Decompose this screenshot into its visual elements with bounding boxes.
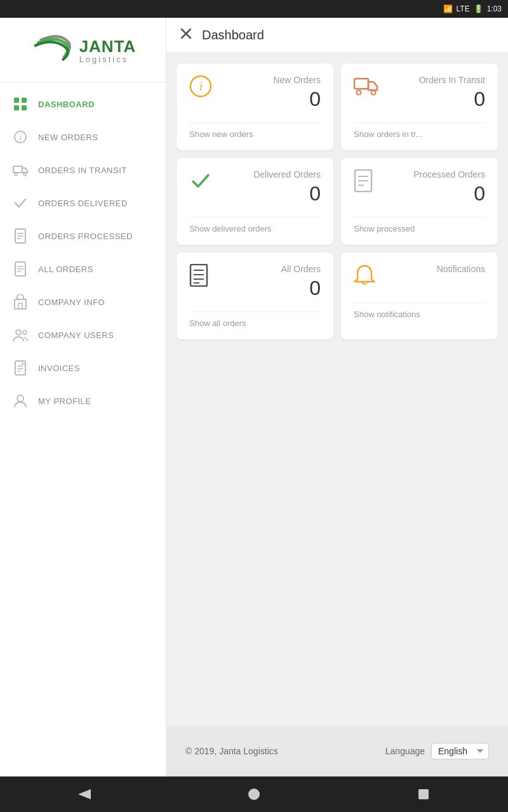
footer-language-label: Language [385, 746, 425, 756]
all-orders-card-divider [189, 311, 321, 312]
svg-rect-0 [14, 98, 19, 103]
all-orders-card[interactable]: All Orders 0 Show all orders [177, 252, 333, 339]
language-select[interactable]: English Spanish French [431, 743, 489, 759]
orders-transit-card-title: Orders In Transit [419, 75, 485, 85]
logo-brand: JANTA [79, 38, 137, 55]
status-time: 1:03 [487, 4, 502, 13]
status-lte: LTE [457, 4, 470, 13]
topbar: Dashboard [166, 18, 508, 53]
sidebar-item-orders-transit[interactable]: ORDERS IN TRANSIT [0, 154, 166, 187]
sidebar-item-orders-delivered[interactable]: ORDERS DELIVERED [0, 187, 166, 219]
all-orders-card-title: All Orders [281, 264, 321, 274]
dashboard-grid: i New Orders 0 Show new orders [166, 53, 508, 726]
footer-copyright: © 2019, Janta Logistics [185, 746, 278, 756]
sidebar-item-label-my-profile: MY PROFILE [38, 396, 91, 406]
building-icon [13, 294, 28, 310]
invoice-icon [13, 360, 28, 376]
sidebar-item-orders-processed[interactable]: ORDERS PROCESSED [0, 219, 166, 252]
svg-point-19 [16, 330, 21, 335]
processed-orders-card[interactable]: Processed Orders 0 Show processed [341, 158, 498, 245]
all-orders-icon [13, 261, 28, 277]
bottom-nav-bar [0, 776, 508, 812]
svg-point-43 [248, 789, 260, 800]
delivered-orders-card-divider [189, 217, 321, 218]
logo-text: JANTA Logistics [79, 38, 137, 64]
svg-point-8 [23, 173, 26, 176]
sidebar-item-dashboard[interactable]: DASHBOARD [0, 88, 166, 121]
check-icon [13, 195, 28, 211]
svg-text:i: i [20, 133, 22, 142]
svg-rect-18 [18, 303, 22, 309]
processed-orders-card-link[interactable]: Show processed [354, 224, 485, 233]
svg-rect-17 [15, 299, 26, 309]
sidebar-item-new-orders[interactable]: i NEW ORDERS [0, 121, 166, 154]
new-orders-card-icon: i [189, 75, 212, 101]
orders-transit-card-icon [354, 75, 379, 98]
home-button[interactable] [235, 782, 273, 807]
sidebar-item-my-profile[interactable]: MY PROFILE [0, 384, 166, 417]
delivered-orders-card-link[interactable]: Show delivered orders [189, 224, 321, 233]
sidebar-item-company-info[interactable]: COMPANY INFO [0, 285, 166, 318]
footer: © 2019, Janta Logistics Language English… [166, 726, 508, 776]
sidebar-item-label-orders-delivered: ORDERS DELIVERED [38, 199, 128, 208]
delivered-orders-card[interactable]: Delivered Orders 0 Show delivered orders [177, 158, 333, 245]
processed-orders-card-title: Processed Orders [413, 169, 485, 180]
user-icon [13, 393, 28, 409]
delivered-orders-card-count: 0 [253, 182, 321, 206]
new-orders-card[interactable]: i New Orders 0 Show new orders [177, 63, 333, 150]
document-icon [13, 228, 28, 244]
logo-icon [30, 30, 74, 72]
new-orders-card-link[interactable]: Show new orders [189, 129, 321, 139]
logo-sub: Logistics [79, 55, 137, 64]
processed-orders-card-count: 0 [413, 182, 485, 206]
svg-rect-21 [15, 361, 25, 375]
notifications-card-title: Notifications [437, 264, 485, 274]
notifications-card-link[interactable]: Show notifications [354, 310, 485, 319]
orders-transit-card-link[interactable]: Show orders in tr... [354, 129, 485, 139]
svg-point-7 [15, 173, 17, 176]
delivered-orders-card-title: Delivered Orders [253, 169, 321, 180]
processed-orders-card-icon [354, 169, 373, 195]
sidebar-item-invoices[interactable]: INVOICES [0, 351, 166, 384]
new-orders-card-divider [189, 122, 321, 123]
svg-rect-2 [14, 105, 19, 110]
processed-orders-card-divider [354, 217, 485, 218]
delivered-orders-card-icon [189, 169, 212, 195]
logo-area: JANTA Logistics [0, 18, 166, 82]
grid-icon [13, 96, 28, 112]
sidebar-item-label-company-info: COMPANY INFO [38, 298, 105, 307]
svg-text:i: i [199, 80, 203, 93]
notifications-card-divider [354, 303, 485, 303]
svg-rect-3 [22, 105, 27, 110]
svg-rect-6 [13, 166, 22, 173]
new-orders-card-count: 0 [273, 88, 321, 111]
truck-icon [13, 162, 28, 178]
svg-rect-1 [22, 98, 27, 103]
svg-point-29 [371, 91, 376, 95]
sidebar-item-all-orders[interactable]: ALL ORDERS [0, 252, 166, 285]
sidebar-item-label-orders-transit: ORDERS IN TRANSIT [38, 166, 127, 175]
back-button[interactable] [65, 782, 104, 807]
new-orders-card-title: New Orders [273, 75, 321, 85]
sidebar-item-label-orders-processed: ORDERS PROCESSED [38, 232, 133, 241]
close-button[interactable] [179, 27, 193, 44]
sidebar: JANTA Logistics DASHBOARD [0, 18, 166, 776]
orders-transit-card-count: 0 [419, 88, 485, 111]
orders-transit-card-divider [354, 122, 485, 123]
svg-rect-44 [418, 789, 429, 799]
nav-items: DASHBOARD i NEW ORDERS [0, 82, 166, 776]
recent-button[interactable] [404, 782, 443, 807]
info-circle-icon: i [13, 129, 28, 145]
page-title: Dashboard [202, 28, 264, 43]
notifications-card-icon [354, 264, 375, 291]
status-bar: 📶 LTE 🔋 1:03 [0, 0, 508, 18]
sidebar-item-company-users[interactable]: COMPANY USERS [0, 318, 166, 351]
sidebar-item-label-new-orders: NEW ORDERS [38, 133, 98, 142]
svg-point-20 [23, 331, 27, 334]
orders-transit-card[interactable]: Orders In Transit 0 Show orders in tr... [341, 63, 498, 150]
notifications-card[interactable]: Notifications Show notifications [341, 252, 498, 339]
all-orders-card-link[interactable]: Show all orders [189, 318, 321, 328]
sidebar-item-label-dashboard: DASHBOARD [38, 100, 95, 109]
svg-point-28 [357, 91, 361, 95]
sidebar-item-label-all-orders: ALL ORDERS [38, 265, 93, 274]
